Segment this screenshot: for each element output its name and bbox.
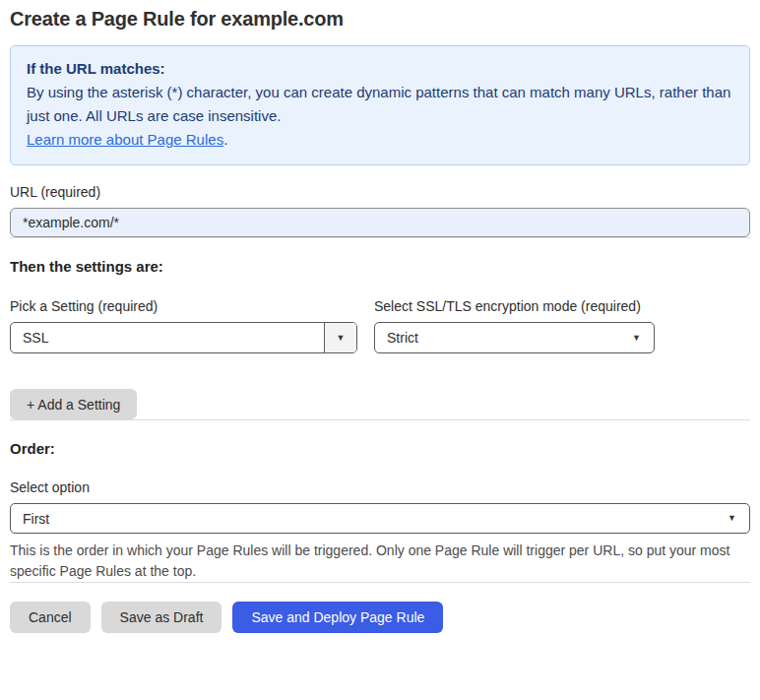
chevron-down-icon: ▼ [324, 323, 356, 352]
order-select[interactable]: First ▼ [10, 503, 750, 534]
info-box-link-line: Learn more about Page Rules. [27, 128, 733, 152]
order-selected-value: First [11, 511, 728, 527]
pick-setting-label: Pick a Setting (required) [10, 298, 357, 314]
divider [10, 237, 750, 238]
pick-setting-column: Pick a Setting (required) SSL ▼ [10, 298, 357, 353]
chevron-down-icon: ▼ [632, 334, 654, 343]
settings-section-heading: Then the settings are: [10, 258, 750, 275]
ssl-mode-column: Select SSL/TLS encryption mode (required… [374, 298, 655, 353]
divider [10, 582, 750, 583]
url-field-label: URL (required) [10, 184, 750, 200]
add-setting-button[interactable]: + Add a Setting [10, 389, 137, 419]
pick-setting-select[interactable]: SSL ▼ [10, 322, 357, 353]
ssl-mode-select[interactable]: Strict ▼ [374, 322, 655, 353]
footer-actions: Cancel Save as Draft Save and Deploy Pag… [10, 602, 750, 633]
divider [10, 419, 750, 420]
create-page-rule-form: Create a Page Rule for example.com If th… [0, 0, 760, 633]
pick-setting-selected-value: SSL [11, 330, 324, 346]
learn-more-link[interactable]: Learn more about Page Rules [27, 131, 223, 148]
save-draft-button[interactable]: Save as Draft [101, 602, 222, 633]
url-match-info-box: If the URL matches: By using the asteris… [10, 45, 750, 165]
page-title: Create a Page Rule for example.com [10, 8, 750, 31]
order-help-text: This is the order in which your Page Rul… [10, 541, 748, 582]
order-select-label: Select option [10, 479, 750, 495]
chevron-down-glyph: ▼ [337, 334, 346, 343]
save-deploy-button[interactable]: Save and Deploy Page Rule [232, 602, 443, 633]
info-box-heading: If the URL matches: [27, 57, 733, 81]
learn-more-link-suffix: . [223, 131, 227, 148]
ssl-mode-selected-value: Strict [375, 330, 632, 346]
settings-selects-row: Pick a Setting (required) SSL ▼ Select S… [10, 298, 750, 353]
url-input[interactable] [10, 208, 750, 237]
cancel-button[interactable]: Cancel [10, 602, 91, 633]
order-section-heading: Order: [10, 440, 750, 457]
info-box-body: By using the asterisk (*) character, you… [27, 81, 733, 128]
chevron-down-icon: ▼ [728, 514, 749, 523]
ssl-mode-label: Select SSL/TLS encryption mode (required… [374, 298, 655, 314]
